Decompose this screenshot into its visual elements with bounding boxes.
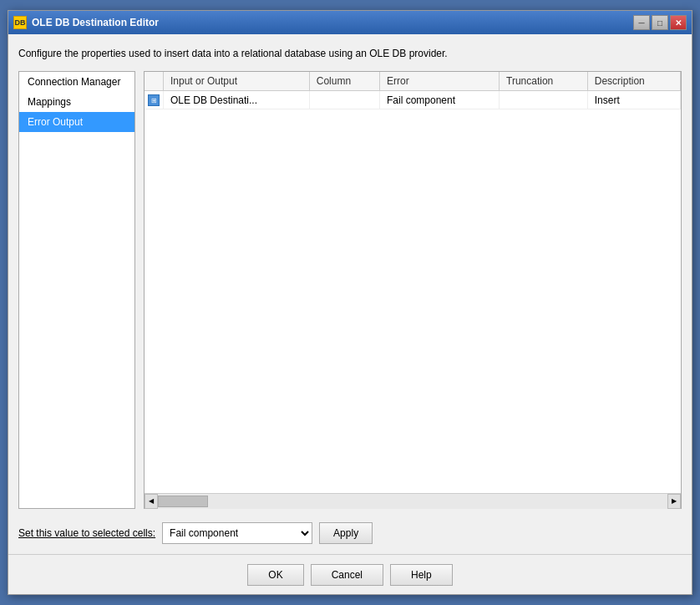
footer: OK Cancel Help xyxy=(8,554,692,594)
scroll-thumb[interactable] xyxy=(158,496,208,507)
cancel-button[interactable]: Cancel xyxy=(311,564,383,586)
col-header-column: Column xyxy=(309,72,379,91)
fail-component-dropdown-container: Fail component Ignore failure Redirect r… xyxy=(162,522,312,544)
col-header-empty xyxy=(145,72,164,91)
row-error: Fail component xyxy=(380,91,500,109)
bottom-controls-row: Set this value to selected cells: Fail c… xyxy=(18,517,682,544)
col-header-truncation: Truncation xyxy=(500,72,588,91)
scroll-track[interactable] xyxy=(158,494,667,509)
error-output-table-container: Input or Output Column Error Truncation … xyxy=(145,72,681,493)
row-table-icon: ⊞ xyxy=(148,94,160,106)
title-controls: ─ □ ✕ xyxy=(633,15,687,30)
table-row[interactable]: ⊞ OLE DB Destinati... Fail component Ins… xyxy=(145,91,681,109)
col-header-description: Description xyxy=(587,72,680,91)
nav-mappings[interactable]: Mappings xyxy=(19,92,134,112)
title-bar-left: DB OLE DB Destination Editor xyxy=(13,16,159,29)
window-title: OLE DB Destination Editor xyxy=(32,17,159,28)
content-area: Configure the properties used to insert … xyxy=(8,34,692,554)
col-header-error: Error xyxy=(380,72,500,91)
description-text: Configure the properties used to insert … xyxy=(18,44,682,63)
window-icon: DB xyxy=(13,16,27,29)
scroll-right-button[interactable]: ▶ xyxy=(667,494,681,509)
close-button[interactable]: ✕ xyxy=(670,15,687,30)
nav-error-output[interactable]: Error Output xyxy=(19,112,134,132)
nav-connection-manager[interactable]: Connection Manager xyxy=(19,72,134,92)
scroll-left-button[interactable]: ◀ xyxy=(145,494,158,509)
horizontal-scrollbar[interactable]: ◀ ▶ xyxy=(145,493,681,508)
row-column xyxy=(309,91,379,109)
col-header-input-output: Input or Output xyxy=(164,72,310,91)
set-value-underline-s: S xyxy=(18,527,25,539)
row-input-output: OLE DB Destinati... xyxy=(164,91,310,109)
maximize-button[interactable]: □ xyxy=(652,15,668,30)
minimize-button[interactable]: ─ xyxy=(633,15,650,30)
table-header-row: Input or Output Column Error Truncation … xyxy=(145,72,681,91)
ok-button[interactable]: OK xyxy=(247,564,303,586)
main-area: Connection Manager Mappings Error Output… xyxy=(18,71,682,509)
set-value-label: Set this value to selected cells: xyxy=(18,527,155,539)
fail-component-dropdown[interactable]: Fail component Ignore failure Redirect r… xyxy=(162,522,312,544)
right-content-panel: Input or Output Column Error Truncation … xyxy=(144,71,682,509)
title-bar: DB OLE DB Destination Editor ─ □ ✕ xyxy=(8,11,692,34)
row-description: Insert xyxy=(587,91,680,109)
row-truncation xyxy=(500,91,588,109)
help-button[interactable]: Help xyxy=(390,564,453,586)
error-output-table: Input or Output Column Error Truncation … xyxy=(145,72,681,109)
left-nav-panel: Connection Manager Mappings Error Output xyxy=(18,71,135,509)
apply-button[interactable]: Apply xyxy=(319,522,373,544)
row-icon-cell: ⊞ xyxy=(145,91,164,109)
main-window: DB OLE DB Destination Editor ─ □ ✕ Confi… xyxy=(8,10,692,595)
